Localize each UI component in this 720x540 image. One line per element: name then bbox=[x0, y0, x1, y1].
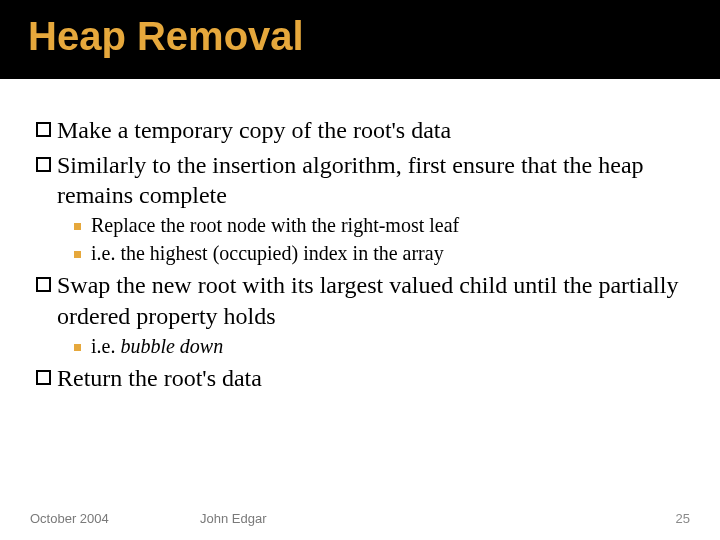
bullet-text: Similarly to the insertion algorithm, fi… bbox=[57, 150, 690, 211]
sub-bullet-item: i.e. the highest (occupied) index in the… bbox=[74, 241, 690, 267]
content-area: Make a temporary copy of the root's data… bbox=[0, 79, 720, 394]
checkbox-icon bbox=[36, 122, 51, 137]
bullet-item: Make a temporary copy of the root's data bbox=[36, 115, 690, 146]
sub-bullet-italic: bubble down bbox=[120, 335, 223, 357]
bullet-text: Make a temporary copy of the root's data bbox=[57, 115, 690, 146]
bullet-text: Return the root's data bbox=[57, 363, 690, 394]
title-bar: Heap Removal bbox=[0, 0, 720, 79]
sub-bullet-item: Replace the root node with the right-mos… bbox=[74, 213, 690, 239]
checkbox-icon bbox=[36, 370, 51, 385]
square-bullet-icon bbox=[74, 223, 81, 230]
sub-bullet-text: i.e. the highest (occupied) index in the… bbox=[91, 241, 690, 267]
checkbox-icon bbox=[36, 277, 51, 292]
footer-author: John Edgar bbox=[200, 511, 267, 526]
bullet-item: Swap the new root with its largest value… bbox=[36, 270, 690, 331]
slide: Heap Removal Make a temporary copy of th… bbox=[0, 0, 720, 540]
sub-bullet-text: i.e. bubble down bbox=[91, 334, 690, 360]
title: Heap Removal bbox=[28, 14, 304, 58]
bullet-item: Return the root's data bbox=[36, 363, 690, 394]
sub-bullet-prefix: i.e. bbox=[91, 335, 120, 357]
checkbox-icon bbox=[36, 157, 51, 172]
footer-date: October 2004 bbox=[30, 511, 109, 526]
square-bullet-icon bbox=[74, 344, 81, 351]
sub-bullet-item: i.e. bubble down bbox=[74, 334, 690, 360]
bullet-item: Similarly to the insertion algorithm, fi… bbox=[36, 150, 690, 211]
square-bullet-icon bbox=[74, 251, 81, 258]
footer-page-number: 25 bbox=[676, 511, 690, 526]
bullet-text: Swap the new root with its largest value… bbox=[57, 270, 690, 331]
sub-bullet-text: Replace the root node with the right-mos… bbox=[91, 213, 690, 239]
